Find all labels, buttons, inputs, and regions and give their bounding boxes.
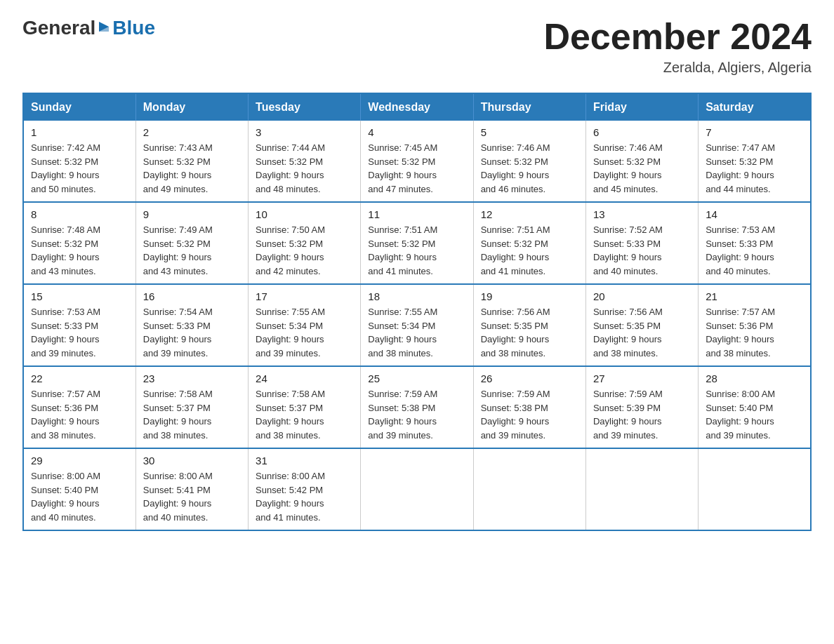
sunset-label: Sunset: 5:34 PM xyxy=(256,321,323,331)
daylight-minutes: and 38 minutes. xyxy=(256,430,321,441)
daylight-minutes: and 43 minutes. xyxy=(31,266,96,276)
sunset-label: Sunset: 5:36 PM xyxy=(31,403,98,413)
day-number: 25 xyxy=(368,373,465,384)
sunset-label: Sunset: 5:38 PM xyxy=(481,403,548,413)
daylight-minutes: and 40 minutes. xyxy=(593,266,658,276)
sunset-label: Sunset: 5:32 PM xyxy=(256,156,323,167)
day-number: 29 xyxy=(31,455,128,467)
day-number: 13 xyxy=(593,208,691,220)
week-row-5: 29 Sunrise: 8:00 AM Sunset: 5:40 PM Dayl… xyxy=(23,448,811,530)
day-number: 17 xyxy=(256,290,353,302)
day-cell: 9 Sunrise: 7:49 AM Sunset: 5:32 PM Dayli… xyxy=(135,202,248,284)
day-cell: 7 Sunrise: 7:47 AM Sunset: 5:32 PM Dayli… xyxy=(699,121,811,202)
daylight-label: Daylight: 9 hours xyxy=(481,252,550,262)
week-row-1: 1 Sunrise: 7:42 AM Sunset: 5:32 PM Dayli… xyxy=(23,121,811,202)
daylight-label: Daylight: 9 hours xyxy=(143,416,212,427)
logo-flag-icon xyxy=(96,20,112,36)
daylight-label: Daylight: 9 hours xyxy=(368,334,437,344)
daylight-minutes: and 44 minutes. xyxy=(706,184,771,194)
daylight-minutes: and 46 minutes. xyxy=(481,184,546,194)
daylight-minutes: and 38 minutes. xyxy=(706,348,771,358)
day-cell: 18 Sunrise: 7:55 AM Sunset: 5:34 PM Dayl… xyxy=(361,284,473,366)
daylight-label: Daylight: 9 hours xyxy=(368,252,437,262)
daylight-label: Daylight: 9 hours xyxy=(706,334,774,344)
sunrise-label: Sunrise: 7:53 AM xyxy=(31,307,100,317)
day-number: 5 xyxy=(481,126,578,138)
sunrise-label: Sunrise: 7:55 AM xyxy=(368,307,437,317)
daylight-minutes: and 47 minutes. xyxy=(368,184,433,194)
sunset-label: Sunset: 5:33 PM xyxy=(31,321,98,331)
day-cell: 2 Sunrise: 7:43 AM Sunset: 5:32 PM Dayli… xyxy=(135,121,248,202)
day-info: Sunrise: 7:46 AM Sunset: 5:32 PM Dayligh… xyxy=(481,141,578,196)
day-info: Sunrise: 7:45 AM Sunset: 5:32 PM Dayligh… xyxy=(368,141,465,196)
daylight-minutes: and 39 minutes. xyxy=(593,430,658,441)
day-number: 9 xyxy=(143,208,241,220)
sunrise-label: Sunrise: 7:49 AM xyxy=(143,224,213,235)
daylight-minutes: and 39 minutes. xyxy=(481,430,546,441)
sunrise-label: Sunrise: 7:56 AM xyxy=(481,307,550,317)
sunrise-label: Sunrise: 8:00 AM xyxy=(256,471,325,481)
logo-area: General Blue xyxy=(22,17,155,39)
day-cell: 29 Sunrise: 8:00 AM Sunset: 5:40 PM Dayl… xyxy=(23,448,135,530)
day-number: 22 xyxy=(31,373,128,384)
daylight-minutes: and 42 minutes. xyxy=(256,266,321,276)
day-number: 18 xyxy=(368,290,465,302)
day-info: Sunrise: 7:58 AM Sunset: 5:37 PM Dayligh… xyxy=(256,387,353,442)
sunrise-label: Sunrise: 7:58 AM xyxy=(256,389,325,399)
day-cell: 26 Sunrise: 7:59 AM Sunset: 5:38 PM Dayl… xyxy=(473,366,585,448)
daylight-label: Daylight: 9 hours xyxy=(593,170,662,180)
sunset-label: Sunset: 5:32 PM xyxy=(481,156,548,167)
daylight-minutes: and 41 minutes. xyxy=(256,512,321,523)
sunrise-label: Sunrise: 8:00 AM xyxy=(31,471,100,481)
sunset-label: Sunset: 5:40 PM xyxy=(706,403,773,413)
day-number: 20 xyxy=(593,290,691,302)
sunrise-label: Sunrise: 7:48 AM xyxy=(31,224,100,235)
sunrise-label: Sunrise: 7:44 AM xyxy=(256,142,325,153)
sunset-label: Sunset: 5:39 PM xyxy=(593,403,661,413)
day-cell: 31 Sunrise: 8:00 AM Sunset: 5:42 PM Dayl… xyxy=(249,448,361,530)
sunrise-label: Sunrise: 7:57 AM xyxy=(706,307,775,317)
daylight-label: Daylight: 9 hours xyxy=(31,170,100,180)
sunset-label: Sunset: 5:32 PM xyxy=(31,156,98,167)
day-cell xyxy=(585,448,698,530)
day-info: Sunrise: 7:59 AM Sunset: 5:39 PM Dayligh… xyxy=(593,387,691,442)
day-cell: 12 Sunrise: 7:51 AM Sunset: 5:32 PM Dayl… xyxy=(473,202,585,284)
daylight-minutes: and 38 minutes. xyxy=(31,430,96,441)
daylight-label: Daylight: 9 hours xyxy=(368,170,437,180)
sunset-label: Sunset: 5:33 PM xyxy=(593,239,661,249)
day-cell: 27 Sunrise: 7:59 AM Sunset: 5:39 PM Dayl… xyxy=(585,366,698,448)
sunset-label: Sunset: 5:36 PM xyxy=(706,321,773,331)
daylight-label: Daylight: 9 hours xyxy=(593,334,662,344)
title-area: December 2024 Zeralda, Algiers, Algeria xyxy=(543,17,812,76)
col-header-saturday: Saturday xyxy=(699,93,811,121)
daylight-minutes: and 45 minutes. xyxy=(593,184,658,194)
day-number: 10 xyxy=(256,208,353,220)
day-number: 15 xyxy=(31,290,128,302)
day-number: 8 xyxy=(31,208,128,220)
day-number: 27 xyxy=(593,373,691,384)
sunrise-label: Sunrise: 7:43 AM xyxy=(143,142,213,153)
day-cell: 5 Sunrise: 7:46 AM Sunset: 5:32 PM Dayli… xyxy=(473,121,585,202)
day-number: 3 xyxy=(256,126,353,138)
day-cell: 19 Sunrise: 7:56 AM Sunset: 5:35 PM Dayl… xyxy=(473,284,585,366)
daylight-minutes: and 40 minutes. xyxy=(31,512,96,523)
col-header-thursday: Thursday xyxy=(473,93,585,121)
sunset-label: Sunset: 5:32 PM xyxy=(706,156,773,167)
day-number: 19 xyxy=(481,290,578,302)
sunset-label: Sunset: 5:32 PM xyxy=(368,239,435,249)
daylight-label: Daylight: 9 hours xyxy=(31,252,100,262)
daylight-minutes: and 39 minutes. xyxy=(143,348,208,358)
sunset-label: Sunset: 5:34 PM xyxy=(368,321,435,331)
col-header-tuesday: Tuesday xyxy=(249,93,361,121)
day-number: 28 xyxy=(706,373,803,384)
day-info: Sunrise: 8:00 AM Sunset: 5:40 PM Dayligh… xyxy=(706,387,803,442)
day-info: Sunrise: 7:56 AM Sunset: 5:35 PM Dayligh… xyxy=(593,305,691,360)
day-info: Sunrise: 7:55 AM Sunset: 5:34 PM Dayligh… xyxy=(368,305,465,360)
sunset-label: Sunset: 5:35 PM xyxy=(593,321,661,331)
daylight-label: Daylight: 9 hours xyxy=(31,416,100,427)
sunrise-label: Sunrise: 7:53 AM xyxy=(706,224,775,235)
daylight-label: Daylight: 9 hours xyxy=(256,170,324,180)
calendar-table: SundayMondayTuesdayWednesdayThursdayFrid… xyxy=(22,93,812,531)
day-number: 30 xyxy=(143,455,241,467)
sunset-label: Sunset: 5:32 PM xyxy=(593,156,661,167)
